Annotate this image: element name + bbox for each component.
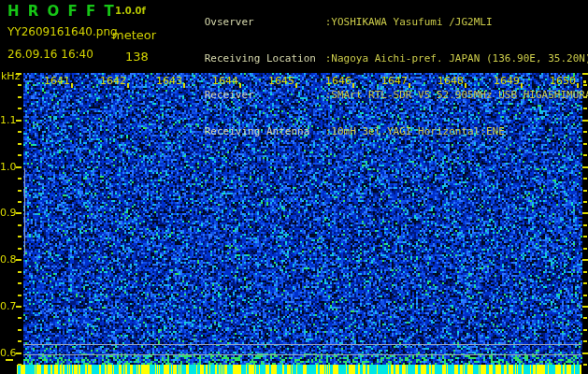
hrofft-screen: H R O F F T 1.0.0f YY2609161640.png mete… — [0, 0, 588, 374]
y-tick-label: 0.9 — [0, 207, 16, 219]
time-label: 1649 — [494, 75, 520, 87]
header-label: Receiver — [205, 89, 325, 101]
header-value: :Nagoya Aichi-pref. JAPAN (136.90E, 35.2… — [325, 52, 588, 65]
frequency-unit-label: kHz — [1, 70, 20, 82]
mode-label: meteor — [112, 28, 156, 42]
output-filename: YY2609161640.png — [7, 25, 118, 38]
time-label: 1646 — [325, 75, 351, 87]
time-label: 1647 — [381, 75, 408, 87]
time-label: 1641 — [44, 75, 70, 87]
header-row-antenna: Receiving Antenna:10mH 3el.YAGI Horizont… — [167, 113, 588, 150]
time-label: 1643 — [156, 75, 182, 87]
header-label: Ovserver — [205, 16, 325, 28]
time-label: 1642 — [100, 75, 126, 87]
y-tick-label: 0.7 — [0, 300, 16, 312]
header-label: Receiving Location — [205, 52, 325, 65]
header-value: :SMArt RTL-SDR V5 52.905MHz USB HIGASHIM… — [325, 89, 588, 101]
app-title: H R O F F T — [7, 3, 116, 20]
time-label: 1650 — [550, 75, 576, 87]
header-value: :10mH 3el.YAGI Horizontal:ENE — [325, 125, 505, 137]
y-tick-label: 1.1 — [0, 114, 16, 126]
time-label: 1644 — [212, 75, 238, 87]
time-label: 1645 — [268, 75, 294, 87]
y-tick-label: 0.6 — [0, 347, 16, 359]
header-value: :YOSHIKAWA Yasufumi /JG2MLI — [325, 16, 493, 28]
date-time: 26.09.16 16:40 — [7, 48, 93, 61]
meteor-count: 138 — [125, 50, 149, 64]
header-label: Receiving Antenna — [205, 125, 325, 137]
y-tick-label: 0.8 — [0, 253, 16, 266]
header-row-location: Receiving Location:Nagoya Aichi-pref. JA… — [167, 40, 588, 77]
y-tick-label: 1.0 — [0, 161, 16, 173]
header-row-observer: Ovserver:YOSHIKAWA Yasufumi /JG2MLI — [167, 4, 588, 40]
time-label: 1648 — [437, 75, 464, 87]
app-version: 1.0.0f — [115, 6, 146, 16]
